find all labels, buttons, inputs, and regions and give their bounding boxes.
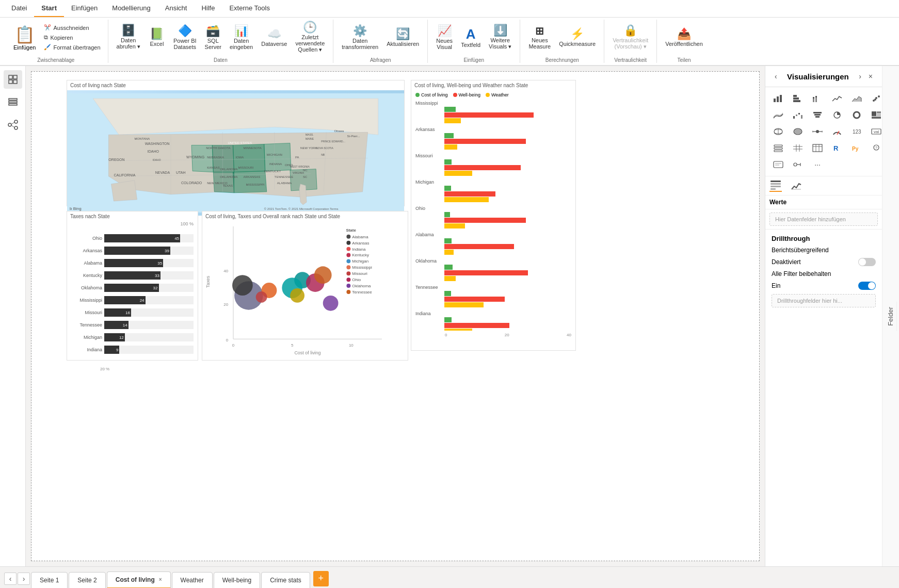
neues-visual-button[interactable]: 📈NeuesVisual (433, 23, 456, 52)
quickmeasure-button[interactable]: ⚡Quickmeasure (556, 26, 599, 49)
viz-icon-key-influencers[interactable] (789, 157, 807, 172)
alle-filter-toggle[interactable] (858, 282, 876, 290)
copy-button[interactable]: ⧉Kopieren (42, 33, 102, 42)
viz-icon-scatter[interactable] (868, 91, 882, 106)
svg-rect-107 (793, 95, 797, 97)
data-view-icon[interactable] (4, 93, 22, 111)
viz-icon-table[interactable] (809, 141, 826, 155)
report-view-icon[interactable] (4, 70, 22, 89)
tab-well-being[interactable]: Well-being (214, 572, 260, 589)
power-bi-datasets-button[interactable]: 🔷Power BIDatasets (170, 23, 200, 52)
svg-line-11 (11, 125, 14, 127)
viz-icon-filled-map[interactable] (789, 124, 807, 139)
recent-sources-button[interactable]: 🕒ZuletztverwendeteQuellen ▾ (292, 20, 328, 55)
textfeld-button[interactable]: ATextfeld (458, 25, 484, 50)
daten-abrufen-button[interactable]: 🗄️Datenabrufen ▾ (114, 23, 143, 52)
bubble-chart[interactable]: Cost of living, Taxes und Overall rank n… (202, 211, 408, 361)
viz-icon-smart-narrative[interactable] (769, 157, 787, 172)
viz-icon-py[interactable]: Py (848, 141, 865, 155)
viz-icon-matrix[interactable] (789, 141, 807, 155)
add-tab-button[interactable]: + (313, 571, 329, 586)
drillthrough-field-placeholder[interactable]: Drillthroughfelder hier hi... (772, 294, 876, 307)
viz-icon-funnel[interactable] (809, 108, 826, 122)
svg-point-135 (816, 130, 819, 133)
tab-einfuegen[interactable]: Einfügen (64, 0, 105, 17)
panel-close-button[interactable]: × (865, 71, 876, 81)
close-tab-icon[interactable]: × (159, 577, 162, 582)
grouped-bar-chart[interactable]: Cost of living, Well-being und Weather n… (411, 80, 576, 351)
paste-button[interactable]: 📋 Einfügen (9, 23, 40, 53)
viz-icon-qna[interactable]: ? (868, 141, 882, 155)
app-body: Cost of living nach State (0, 66, 899, 566)
neues-measure-button[interactable]: ⊞NeuesMeasure (525, 24, 554, 52)
svg-text:NORTH DAKOTA: NORTH DAKOTA (206, 146, 230, 150)
tab-prev-button[interactable]: ‹ (4, 573, 17, 585)
viz-icon-map[interactable] (769, 124, 787, 139)
cut-button[interactable]: ✂️Ausschneiden (42, 23, 102, 32)
viz-icon-ribbon[interactable] (769, 108, 787, 122)
group-label-abfragen: Abfragen (370, 55, 391, 63)
group-daten: 🗄️Datenabrufen ▾ 📗Excel 🔷Power BIDataset… (108, 20, 334, 63)
daten-eingeben-button[interactable]: 📊Dateneingeben (227, 23, 256, 52)
viz-icon-treemap[interactable] (868, 108, 882, 122)
analytics-button[interactable] (790, 181, 802, 191)
vertraulichkeit-button[interactable]: 🔒Vertraulichkeit(Vorschau) ▾ (609, 23, 651, 52)
tab-crime-stats[interactable]: Crime stats (261, 572, 310, 589)
viz-icon-waterfall[interactable] (789, 108, 807, 122)
taxes-bar-chart[interactable]: Taxes nach State 100 % Ohio 45 Arkansas … (67, 211, 198, 361)
viz-icon-r[interactable]: R (828, 141, 846, 155)
sql-server-button[interactable]: 🗃️SQLServer (202, 23, 224, 52)
viz-icon-bar[interactable] (769, 91, 787, 106)
tab-weather[interactable]: Weather (172, 572, 213, 589)
svg-text:Py: Py (852, 146, 859, 152)
tab-seite2[interactable]: Seite 2 (69, 572, 105, 589)
viz-icon-area[interactable] (848, 91, 865, 106)
tab-cost-of-living[interactable]: Cost of living × (107, 571, 171, 589)
viz-icon-gauge[interactable] (828, 124, 846, 139)
tab-datei[interactable]: Datei (4, 0, 34, 17)
aktualisieren-button[interactable]: 🔄Aktualisieren (383, 26, 422, 49)
svg-text:Tennessee: Tennessee (352, 290, 372, 295)
svg-rect-168 (770, 188, 776, 190)
viz-icon-line[interactable] (828, 91, 846, 106)
veroeffentlichen-button[interactable]: 📤Veröffentlichen (662, 26, 706, 49)
viz-icon-stacked[interactable] (809, 91, 826, 106)
tab-next-button[interactable]: › (18, 573, 30, 585)
drillthrough-toggle[interactable] (858, 258, 876, 266)
werte-field-area[interactable]: Hier Datenfelder hinzufügen (765, 209, 882, 230)
daten-transformieren-button[interactable]: ⚙️Datentransformieren (339, 23, 381, 52)
tab-seite1[interactable]: Seite 1 (31, 572, 68, 589)
viz-icon-kpi[interactable]: 123 (848, 124, 865, 139)
tab-ansicht[interactable]: Ansicht (158, 0, 195, 17)
model-view-icon[interactable] (4, 116, 22, 134)
format-button[interactable] (769, 179, 782, 192)
svg-rect-3 (13, 80, 17, 84)
felder-tab[interactable]: Felder (882, 66, 899, 566)
map-visualization[interactable]: Cost of living nach State (67, 80, 405, 206)
tab-hilfe[interactable]: Hilfe (194, 0, 222, 17)
tab-externe-tools[interactable]: Externe Tools (222, 0, 277, 17)
panel-prev-button[interactable]: ‹ (772, 71, 780, 81)
viz-icon-more[interactable]: ··· (809, 157, 826, 172)
alle-filter-label: Alle Filter beibehalten (772, 270, 831, 277)
viz-icon-column[interactable] (789, 91, 807, 106)
svg-point-138 (812, 131, 814, 133)
tab-start[interactable]: Start (34, 0, 64, 17)
svg-text:MINNESOTA: MINNESOTA (244, 146, 262, 150)
svg-rect-0 (9, 75, 12, 79)
viz-icon-donut[interactable] (848, 108, 865, 122)
viz-icon-slicer[interactable] (769, 141, 787, 155)
viz-icon-pie[interactable] (828, 108, 846, 122)
svg-text:Michigan: Michigan (352, 259, 368, 264)
format-transfer-button[interactable]: 🖌️Format übertragen (42, 43, 102, 52)
tab-modellierung[interactable]: Modellierung (105, 0, 157, 17)
excel-button[interactable]: 📗Excel (146, 26, 168, 49)
weitere-visuals-button[interactable]: ⬇️WeitereVisuals ▾ (486, 23, 515, 52)
viz-icon-decomp[interactable] (809, 124, 826, 139)
panel-next-button[interactable]: › (856, 71, 864, 81)
dataverse-button[interactable]: ☁️Dataverse (258, 26, 290, 49)
svg-text:Indiana: Indiana (352, 247, 366, 252)
svg-text:20: 20 (223, 302, 228, 307)
viz-icon-card[interactable]: val (868, 124, 882, 139)
svg-rect-166 (770, 183, 781, 185)
